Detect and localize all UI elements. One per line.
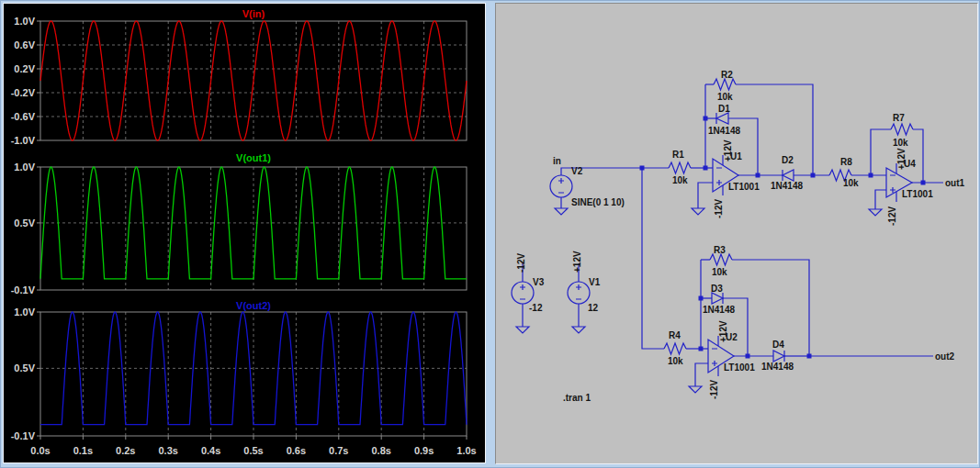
r2-value[interactable]: 10k	[717, 92, 733, 102]
x-axis-tick-label: 0.3s	[158, 445, 177, 456]
u1-vminus-label[interactable]: -12V	[714, 199, 724, 218]
diode-d2[interactable]: D2 1N4148	[771, 155, 803, 191]
u2-part[interactable]: LT1001	[724, 362, 755, 373]
v1-name[interactable]: V1	[589, 277, 601, 287]
spice-directive-tran[interactable]: .tran 1	[563, 393, 591, 403]
v3-name[interactable]: V3	[533, 277, 545, 287]
x-axis-tick-label: 0.2s	[116, 445, 135, 456]
net-label-out1[interactable]: out1	[945, 178, 965, 188]
d3-name[interactable]: D3	[711, 284, 723, 294]
d3-value[interactable]: 1N4148	[703, 305, 735, 315]
x-axis-tick-label: 1.0s	[456, 445, 476, 456]
y-axis-tick-label: 1.0V	[14, 162, 35, 173]
resistor-r3[interactable]: R3 10k	[710, 245, 732, 277]
net-label-out2[interactable]: out2	[935, 351, 955, 362]
u1-part[interactable]: LT1001	[728, 182, 760, 192]
u4-vminus-label[interactable]: -12V	[887, 206, 897, 226]
ltspice-window: 1.0V0.6V0.2V-0.2V-0.6V-1.0VV(in)1.0V0.5V…	[0, 0, 980, 468]
y-axis-tick-label: 1.0V	[14, 16, 35, 27]
y-axis-tick-label: -0.1V	[11, 430, 36, 441]
y-axis-tick-label: 0.5V	[14, 217, 35, 228]
waveform-viewer-pane[interactable]: 1.0V0.6V0.2V-0.2V-0.6V-1.0VV(in)1.0V0.5V…	[3, 3, 486, 463]
r4-name[interactable]: R4	[669, 330, 681, 340]
x-axis-tick-label: 0.6s	[287, 445, 306, 456]
u4-vplus-label[interactable]: +12V	[896, 148, 907, 170]
voltage-source-v1[interactable]: V1 12 +12V	[568, 251, 601, 313]
d2-value[interactable]: 1N4148	[771, 181, 803, 191]
diode-d1[interactable]: D1 1N4148	[708, 104, 740, 136]
r7-name[interactable]: R7	[893, 113, 905, 123]
y-axis-tick-label: -0.2V	[11, 87, 36, 98]
x-axis-tick-label: 0.1s	[73, 445, 93, 456]
v1-rail-label[interactable]: +12V	[572, 251, 582, 273]
r2-name[interactable]: R2	[721, 70, 733, 80]
y-axis-tick-label: -0.1V	[11, 284, 36, 295]
d4-name[interactable]: D4	[772, 340, 784, 350]
d4-value[interactable]: 1N4148	[761, 362, 794, 372]
voltage-source-v3[interactable]: V3 -12 -12V	[512, 253, 545, 313]
y-axis-tick-label: -0.6V	[11, 111, 36, 122]
u4-part[interactable]: LT1001	[902, 189, 933, 199]
x-axis-tick-label: 0.7s	[329, 445, 348, 456]
x-axis-tick-label: 0.5s	[243, 445, 263, 456]
y-axis-tick-label: 0.5V	[14, 362, 35, 373]
trace-label-vout2[interactable]: V(out2)	[236, 300, 271, 311]
x-axis-tick-label: 0.9s	[414, 445, 434, 456]
y-axis-tick-label: -1.0V	[11, 135, 36, 146]
resistor-r8[interactable]: R8 10k	[829, 157, 859, 188]
x-axis-tick-label: 0.0s	[30, 445, 50, 456]
r1-value[interactable]: 10k	[672, 175, 688, 185]
opamp-u1[interactable]: U1 LT1001 +12V -12V	[713, 139, 760, 218]
u1-vplus-label[interactable]: +12V	[723, 139, 733, 162]
trace-label-vin[interactable]: V(in)	[242, 8, 265, 19]
v2-value[interactable]: SINE(0 1 10)	[571, 197, 625, 207]
resistor-r1[interactable]: R1 10k	[669, 150, 691, 185]
diode-d3[interactable]: D3 1N4148	[703, 284, 735, 315]
d1-name[interactable]: D1	[718, 104, 730, 114]
r4-value[interactable]: 10k	[668, 356, 683, 366]
schematic-canvas[interactable]: V2 SINE(0 1 10) V3 -12 -12V V1 12 +12V	[496, 4, 977, 463]
u2-vminus-label[interactable]: -12V	[709, 380, 719, 399]
r7-value[interactable]: 10k	[893, 138, 908, 148]
r3-value[interactable]: 10k	[712, 267, 727, 277]
r1-name[interactable]: R1	[672, 150, 684, 160]
y-axis-tick-label: 1.0V	[14, 306, 35, 318]
v2-name[interactable]: V2	[571, 166, 583, 176]
v3-value[interactable]: -12	[529, 303, 543, 313]
trace-label-vout1[interactable]: V(out1)	[236, 152, 271, 163]
x-axis-tick-label: 0.4s	[201, 445, 220, 456]
d2-name[interactable]: D2	[782, 155, 794, 165]
resistor-r7[interactable]: R7 10k	[891, 113, 913, 148]
v3-rail-label[interactable]: -12V	[516, 253, 526, 273]
schematic-editor-pane[interactable]: V2 SINE(0 1 10) V3 -12 -12V V1 12 +12V	[495, 3, 978, 464]
v1-value[interactable]: 12	[588, 303, 599, 313]
u2-vplus-label[interactable]: +12V	[718, 320, 728, 342]
resistor-r4[interactable]: R4 10k	[664, 330, 686, 366]
opamp-u4[interactable]: U4 LT1001 +12V -12V	[886, 148, 933, 226]
r8-name[interactable]: R8	[840, 157, 852, 167]
r3-name[interactable]: R3	[714, 245, 726, 255]
x-axis-tick-label: 0.8s	[371, 445, 390, 456]
net-label-in[interactable]: in	[553, 156, 561, 166]
r8-value[interactable]: 10k	[843, 178, 859, 188]
resistor-r2[interactable]: R2 10k	[714, 70, 736, 102]
waveform-plot[interactable]: 1.0V0.6V0.2V-0.2V-0.6V-1.0VV(in)1.0V0.5V…	[4, 4, 485, 462]
y-axis-tick-label: 0.6V	[14, 39, 35, 50]
y-axis-tick-label: 0.2V	[14, 63, 35, 74]
d1-value[interactable]: 1N4148	[708, 126, 740, 136]
